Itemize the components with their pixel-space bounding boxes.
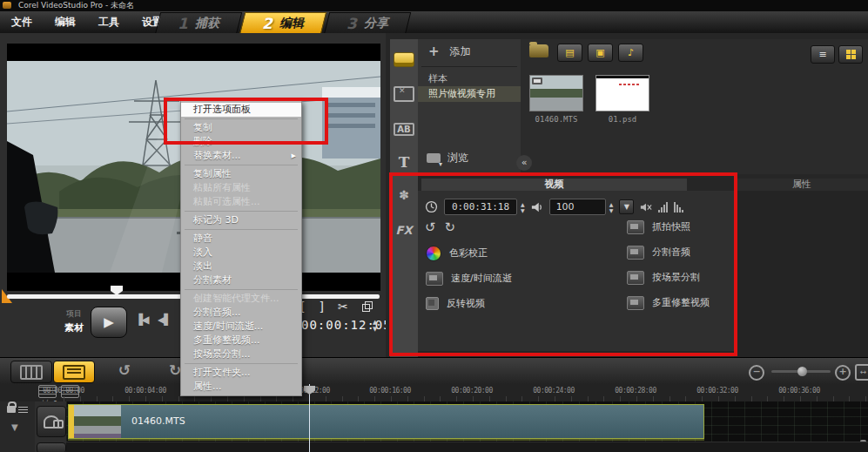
track-header-column (35, 401, 66, 452)
thumbnail-name: 01460.MTS (529, 115, 583, 124)
browse-label: 浏览 (447, 151, 468, 165)
home-button[interactable]: ▐◀ (135, 314, 147, 326)
video-track-button[interactable] (37, 406, 66, 437)
enlarge-preview-button[interactable] (362, 301, 373, 312)
filter-photo-button[interactable]: ▣ (588, 44, 613, 62)
preview-timecode[interactable]: 00:00:12:05 (301, 318, 392, 332)
instant-project-button[interactable] (394, 84, 414, 104)
zoom-in-button[interactable]: + (835, 365, 851, 381)
context-menu-item[interactable]: 静音 (181, 232, 301, 246)
play-icon: ▶ (104, 314, 114, 330)
timeline-clip[interactable]: 01460.MTS (68, 404, 704, 439)
ruler-tick: 00:00:32:00 (696, 387, 737, 395)
context-menu-item[interactable]: 淡出 (181, 260, 301, 273)
ruler-tick: 00:00:24:00 (533, 387, 574, 395)
add-label: 添加 (450, 44, 471, 59)
media-thumbnail[interactable]: 01.psd (595, 75, 649, 124)
split-clip-button[interactable]: ✂ (338, 300, 348, 314)
project-mode-label[interactable]: 项目 (66, 308, 82, 320)
context-menu-item[interactable]: 标记为 3D (181, 213, 301, 227)
context-menu-item[interactable]: 属性... (181, 380, 301, 394)
zoom-out-button[interactable]: − (749, 365, 764, 381)
media-thumbnail[interactable]: 01460.MTS (529, 75, 583, 124)
context-menu-item[interactable]: 分割素材 (181, 273, 301, 287)
context-menu-item[interactable]: 创建智能代理文件... (181, 292, 301, 306)
title-icon: T (399, 153, 410, 171)
collapse-library-button[interactable]: « (516, 155, 532, 171)
context-menu-item[interactable]: 分割音频... (181, 306, 301, 320)
browse-icon (427, 153, 441, 163)
sample-label[interactable]: 样本 (428, 72, 447, 85)
menu-item[interactable]: 编辑 (44, 15, 87, 30)
timeline-view-button[interactable] (53, 361, 95, 383)
grid-view-button[interactable] (838, 45, 863, 64)
trim-button-cluster: [ ] ✂ (300, 300, 373, 314)
context-menu-item[interactable]: 按场景分割... (181, 347, 301, 361)
menu-bar: 文件编辑工具设置 (0, 11, 868, 34)
grid-view-icon (846, 50, 856, 59)
attribute-tab[interactable]: 属性 (736, 179, 868, 192)
menu-item[interactable]: 文件 (0, 15, 44, 30)
step-tab[interactable]: 1 捕获 (155, 12, 242, 35)
nav-separator (421, 66, 517, 67)
app-logo-icon (3, 2, 11, 9)
context-menu: 打开选项面板 复制 删除 替换素材... 复制属性 粘贴所有属性 粘贴可选属性.… (180, 100, 302, 396)
library-nav: + 添加 样本 照片做视频专用 浏览 (418, 39, 521, 174)
library-gallery: ▤ ▣ ♪ 01460.MTS 01.psd ≡ (521, 39, 868, 174)
overlay-track-button[interactable] (37, 442, 66, 452)
transition-icon (394, 86, 414, 102)
lock-tracks-icon[interactable] (7, 406, 16, 413)
timeline-zoom-slider[interactable] (771, 370, 831, 373)
timeline-toolbar: ↺ ↻ − + ↔ (0, 357, 868, 385)
menu-item[interactable]: 工具 (87, 15, 131, 30)
add-folder-button[interactable]: + 添加 (428, 44, 471, 59)
context-menu-item[interactable]: 速度/时间流逝... (181, 320, 301, 334)
play-button[interactable]: ▶ (91, 307, 127, 338)
media-library-button[interactable] (394, 50, 414, 69)
transition-library-button[interactable]: AB (394, 119, 414, 138)
media-filters: ▤ ▣ ♪ (557, 44, 643, 62)
clip-mode-label[interactable]: 素材 (64, 321, 84, 334)
timecode-stepper[interactable]: ▲▼ (373, 319, 377, 333)
title-bar: Corel VideoStudio Pro - 未命名 (0, 0, 868, 11)
undo-button[interactable]: ↺ (118, 361, 131, 379)
filmstrip-icon: ▤ (565, 47, 574, 58)
browse-button[interactable]: 浏览 (427, 151, 468, 165)
video-track-icon (44, 415, 59, 428)
context-menu-item[interactable]: 多重修整视频... (181, 334, 301, 347)
fit-timeline-button[interactable]: ↔ (855, 364, 868, 381)
red-highlight-options-panel (389, 172, 737, 356)
context-menu-item[interactable]: 粘贴可选属性... (181, 195, 301, 209)
zoom-slider-handle[interactable] (797, 367, 807, 376)
ruler-tick: 00:00:00:00 (43, 387, 84, 395)
category-item-selected[interactable]: 照片做视频专用 (418, 86, 521, 102)
mark-out-button[interactable]: ] (319, 300, 323, 314)
step-number: 2 (262, 15, 273, 32)
storyboard-icon (20, 365, 43, 380)
prev-frame-button[interactable]: ◀▌ (158, 314, 170, 326)
context-menu-item[interactable]: 淡入 (181, 246, 301, 260)
overlay-track-lane[interactable] (66, 442, 868, 452)
storyboard-view-button[interactable] (10, 361, 52, 383)
context-menu-item[interactable]: 复制属性 (181, 167, 301, 181)
view-buttons: ≡ (811, 45, 863, 64)
context-menu-item[interactable]: 替换素材... (181, 149, 301, 163)
app-window: Corel VideoStudio Pro - 未命名 文件编辑工具设置 1 捕… (0, 0, 868, 452)
menu-list: 文件编辑工具设置 (0, 11, 868, 33)
step-tab[interactable]: 3 分享 (324, 12, 411, 35)
filter-video-button[interactable]: ▤ (557, 44, 582, 62)
list-view-button[interactable]: ≡ (811, 45, 835, 64)
ruler-tick: 00:00:04:00 (124, 387, 165, 395)
ruler-tick: 00:00:16:00 (369, 387, 410, 395)
folder-icon[interactable] (529, 44, 548, 57)
ruler-tick: 00:00:36:00 (778, 387, 819, 395)
filter-audio-button[interactable]: ♪ (618, 44, 643, 62)
context-menu-item[interactable]: 粘贴所有属性 (181, 181, 301, 195)
red-highlight-open-options (164, 98, 328, 145)
step-tab[interactable]: 2 编辑 (239, 12, 326, 35)
title-library-button[interactable]: T (394, 152, 414, 172)
timeline-ruler[interactable]: +/- ▾ 00:00:00:0000:00:04:0000:00:08:000… (0, 384, 868, 402)
window-title: Corel VideoStudio Pro - 未命名 (18, 1, 134, 10)
context-menu-item[interactable]: 打开文件夹... (181, 366, 301, 380)
collapse-tracks-chevron[interactable]: ▼ (11, 422, 18, 432)
